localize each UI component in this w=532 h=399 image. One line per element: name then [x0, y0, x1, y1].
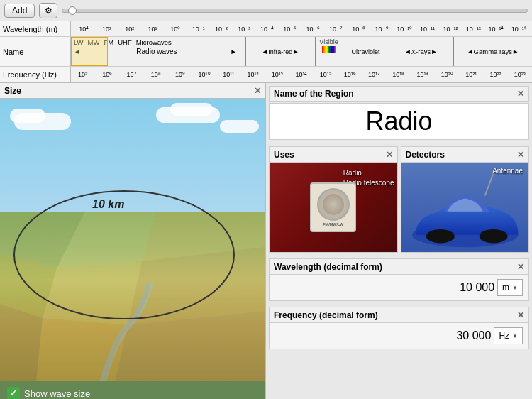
region-name-box: Name of the Region ✕ Radio [266, 83, 532, 143]
wavelength-row: Wavelength (m) 10⁴ 10³ 10² 10¹ 10⁰ 10⁻¹ … [0, 21, 532, 37]
visible-band[interactable]: Visible [316, 37, 343, 66]
uses-box: Uses ✕ FM/MW/LW [269, 146, 398, 253]
main-content: Size ✕ [0, 83, 532, 399]
frequency-row: Frequency (Hz) 10⁵ 10⁶ 10⁷ 10⁸ 10⁹ 10¹⁰ … [0, 67, 532, 82]
frequency-decimal-title: Frequency (decimal form) [274, 310, 378, 320]
region-name-display: Radio [269, 103, 529, 140]
settings-button[interactable]: ⚙ [39, 3, 57, 18]
frequency-unit: Hz [499, 331, 509, 341]
size-panel-header: Size ✕ [0, 83, 265, 99]
wavelength-decimal-close[interactable]: ✕ [517, 262, 524, 272]
frequency-label: Frequency (Hz) [0, 67, 71, 82]
ultraviolet-band[interactable]: Ultraviolet [343, 37, 389, 66]
wave-arc-svg [0, 99, 265, 381]
frequency-ticks: 10⁵ 10⁶ 10⁷ 10⁸ 10⁹ 10¹⁰ 10¹¹ 10¹² 10¹³ … [71, 67, 532, 82]
show-wave-checkbox[interactable]: ✓ [7, 387, 20, 399]
rainbow-bar [322, 46, 336, 53]
use-item-1: Radio [343, 168, 394, 178]
detectors-close[interactable]: ✕ [517, 150, 524, 160]
wavelength-decimal-title: Wavelength (decimal form) [274, 262, 382, 272]
slider-track [62, 9, 528, 13]
wavelength-scale: 10⁴ 10³ 10² 10¹ 10⁰ 10⁻¹ 10⁻² 10⁻³ 10⁻⁴ … [71, 21, 532, 36]
radio-waves-band[interactable]: LW MW FM UHF Microwaves ◄ Radio waves ► [71, 37, 246, 66]
radio-speaker-grill [317, 188, 350, 221]
detectors-box: Detectors ✕ [401, 146, 530, 253]
wavelength-value-row: 10 000 m ▼ [270, 275, 528, 300]
gamma-band[interactable]: ◄ Gamma rays ► [454, 37, 533, 66]
frequency-value-row: 30 000 Hz ▼ [270, 323, 528, 349]
radio-device: FM/MW/LW [310, 182, 356, 232]
left-panel: Size ✕ [0, 83, 266, 399]
wavelength-decimal-header: Wavelength (decimal form) ✕ [270, 259, 528, 275]
radio-image: FM/MW/LW Radio Radio telescope [270, 163, 397, 252]
name-label: Name [0, 37, 71, 66]
uses-header: Uses ✕ [270, 147, 397, 163]
frequency-decimal-box: Frequency (decimal form) ✕ 30 000 Hz ▼ [269, 307, 529, 349]
region-name-title: Name of the Region [274, 89, 354, 99]
detectors-header: Detectors ✕ [401, 147, 529, 163]
wavelength-decimal-box: Wavelength (decimal form) ✕ 10 000 m ▼ [269, 258, 529, 301]
frequency-scale: 10⁵ 10⁶ 10⁷ 10⁸ 10⁹ 10¹⁰ 10¹¹ 10¹² 10¹³ … [71, 67, 532, 82]
region-name-close[interactable]: ✕ [517, 89, 524, 99]
right-panel: Name of the Region ✕ Radio Uses ✕ [266, 83, 532, 399]
name-row: Name LW MW FM UHF Microwaves ◄ Radio wav… [0, 37, 532, 67]
svg-point-13 [479, 229, 507, 243]
svg-point-12 [426, 229, 454, 243]
frequency-dropdown-arrow: ▼ [512, 333, 518, 339]
spectrum-container: Wavelength (m) 10⁴ 10³ 10² 10¹ 10⁰ 10⁻¹ … [0, 21, 532, 83]
uses-title: Uses [274, 150, 294, 160]
detectors-content: Antennae [401, 163, 529, 252]
add-button[interactable]: Add [4, 4, 35, 18]
wavelength-value: 10 000 [460, 281, 494, 294]
name-row-content[interactable]: LW MW FM UHF Microwaves ◄ Radio waves ► … [71, 37, 532, 66]
toolbar: Add ⚙ [0, 0, 532, 21]
slider-thumb[interactable] [68, 6, 77, 15]
xrays-band[interactable]: ◄ X-rays ► [389, 37, 454, 66]
car-svg [401, 163, 529, 252]
wave-scene: 10 km [0, 99, 265, 381]
frequency-value: 30 000 [456, 329, 491, 342]
size-title: Size [4, 86, 21, 96]
frequency-decimal-header: Frequency (decimal form) ✕ [270, 307, 528, 323]
infra-red-band[interactable]: ◄ Infra-red ► [246, 37, 316, 66]
radio-fm-label: FM/MW/LW [323, 222, 343, 226]
antennae-label: Antennae [492, 167, 523, 175]
wavelength-ticks: 10⁴ 10³ 10² 10¹ 10⁰ 10⁻¹ 10⁻² 10⁻³ 10⁻⁴ … [71, 21, 532, 36]
detectors-title: Detectors [406, 150, 445, 160]
wavelength-label: Wavelength (m) [0, 21, 71, 36]
wavelength-unit: m [502, 283, 509, 293]
uses-content: FM/MW/LW Radio Radio telescope [270, 163, 397, 252]
region-name-value: Radio [365, 106, 432, 136]
show-wave-size-bar: ✓ Show wave size [0, 381, 265, 399]
uses-close[interactable]: ✕ [386, 150, 393, 160]
frequency-unit-selector[interactable]: Hz ▼ [494, 327, 523, 344]
uses-detectors-row: Uses ✕ FM/MW/LW [266, 143, 532, 256]
show-wave-label: Show wave size [24, 388, 90, 399]
wave-distance-label: 10 km [92, 198, 124, 211]
antenna-image: Antennae [401, 163, 529, 252]
region-name-header: Name of the Region ✕ [269, 86, 529, 102]
wavelength-dropdown-arrow: ▼ [512, 285, 518, 291]
size-close-button[interactable]: ✕ [254, 86, 261, 96]
frequency-decimal-close[interactable]: ✕ [517, 310, 524, 320]
wavelength-unit-selector[interactable]: m ▼ [497, 279, 523, 296]
